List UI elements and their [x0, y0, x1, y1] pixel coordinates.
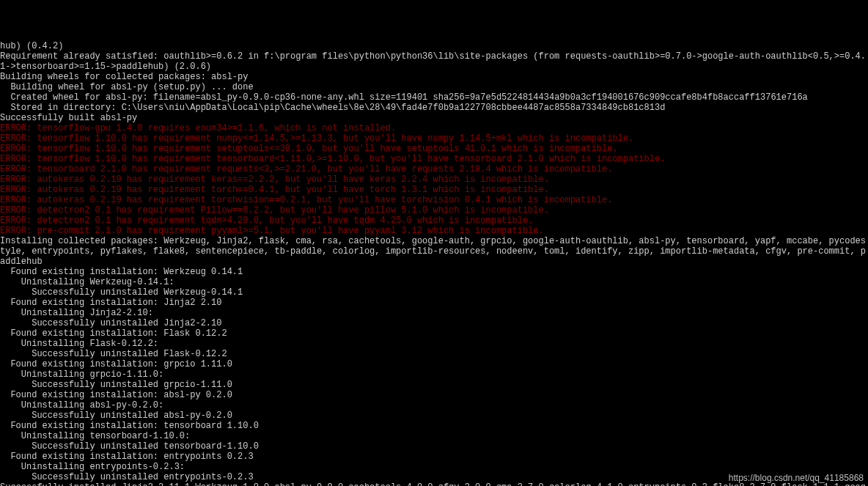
output-line: Successfully uninstalled grpcio-1.11.0 — [0, 380, 868, 390]
output-line: Uninstalling absl-py-0.2.0: — [0, 400, 868, 410]
error-line: ERROR: autokeras 0.2.19 has requirement … — [0, 185, 868, 195]
error-line: ERROR: autokeras 0.2.19 has requirement … — [0, 195, 868, 205]
error-line: ERROR: detectron2 0.1 has requirement Pi… — [0, 205, 868, 216]
output-line: Successfully uninstalled Jinja2-2.10 — [0, 318, 868, 328]
output-line: Successfully uninstalled tensorboard-1.1… — [0, 441, 868, 452]
error-line: ERROR: tensorflow-gpu 1.4.0 requires enu… — [0, 123, 868, 133]
output-line: Successfully uninstalled Flask-0.12.2 — [0, 349, 868, 359]
output-line: Successfully built absl-py — [0, 113, 868, 123]
output-line: Found existing installation: Flask 0.12.… — [0, 328, 868, 339]
output-line: Found existing installation: entrypoints… — [0, 452, 868, 462]
output-line: Found existing installation: Werkzeug 0.… — [0, 267, 868, 277]
error-line: ERROR: detectron2 0.1 has requirement tq… — [0, 216, 868, 226]
output-line: Found existing installation: grpcio 1.11… — [0, 359, 868, 369]
watermark-text: https://blog.csdn.net/qq_41185868 — [729, 473, 864, 483]
output-line: Building wheels for collected packages: … — [0, 72, 868, 82]
error-line: ERROR: autokeras 0.2.19 has requirement … — [0, 174, 868, 185]
output-line: Uninstalling Flask-0.12.2: — [0, 339, 868, 349]
output-line: Found existing installation: absl-py 0.2… — [0, 390, 868, 400]
error-line: ERROR: tensorflow 1.10.0 has requirement… — [0, 144, 868, 154]
output-line: Found existing installation: Jinja2 2.10 — [0, 298, 868, 308]
output-line: Uninstalling entrypoints-0.2.3: — [0, 462, 868, 472]
output-line: Found existing installation: tensorboard… — [0, 421, 868, 431]
error-line: ERROR: tensorboard 2.1.0 has requirement… — [0, 164, 868, 174]
output-line: Stored in directory: C:\Users\niu\AppDat… — [0, 103, 868, 113]
output-line: hub) (0.4.2) — [0, 41, 868, 51]
output-line: Installing collected packages: Werkzeug,… — [0, 236, 868, 267]
error-line: ERROR: tensorflow 1.10.0 has requirement… — [0, 154, 868, 164]
error-line: ERROR: tensorflow 1.10.0 has requirement… — [0, 133, 868, 144]
terminal-output[interactable]: hub) (0.4.2)Requirement already satisfie… — [0, 41, 868, 486]
output-line: Uninstalling grpcio-1.11.0: — [0, 369, 868, 380]
output-line: Uninstalling tensorboard-1.10.0: — [0, 431, 868, 441]
output-line: Building wheel for absl-py (setup.py) ..… — [0, 82, 868, 92]
error-line: ERROR: pre-commit 2.1.0 has requirement … — [0, 226, 868, 236]
output-line: Successfully uninstalled Werkzeug-0.14.1 — [0, 287, 868, 298]
output-line: Created wheel for absl-py: filename=absl… — [0, 92, 868, 103]
output-line: Requirement already satisfied: oauthlib>… — [0, 51, 868, 72]
output-line: Successfully uninstalled absl-py-0.2.0 — [0, 410, 868, 421]
output-line: Uninstalling Werkzeug-0.14.1: — [0, 277, 868, 287]
output-line: Uninstalling Jinja2-2.10: — [0, 308, 868, 318]
